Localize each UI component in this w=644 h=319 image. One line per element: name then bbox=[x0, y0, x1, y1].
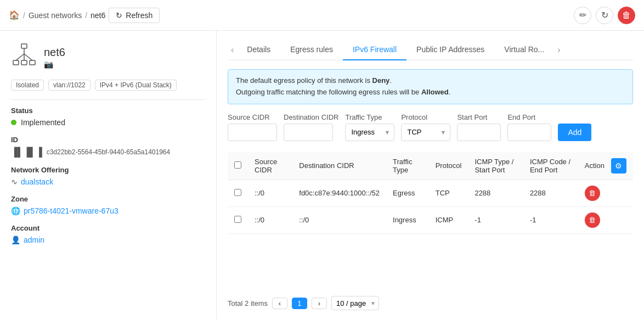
end-port-input[interactable] bbox=[507, 124, 551, 141]
svg-line-7 bbox=[24, 54, 32, 60]
globe-icon: 🌐 bbox=[11, 206, 20, 215]
row1-checkbox-cell bbox=[228, 180, 248, 206]
person-icon: 👤 bbox=[11, 236, 20, 244]
row2-traffic-type: Ingress bbox=[386, 206, 429, 233]
svg-rect-2 bbox=[21, 60, 27, 65]
home-icon[interactable]: 🏠 bbox=[9, 10, 20, 20]
tag-isolated: Isolated bbox=[11, 80, 44, 91]
reload-button[interactable]: ↻ bbox=[596, 7, 613, 24]
dest-cidr-group: Destination CIDR bbox=[284, 113, 338, 141]
account-section: Account 👤 admin bbox=[11, 224, 205, 244]
row2-checkbox[interactable] bbox=[234, 216, 241, 223]
add-rule-button[interactable]: Add bbox=[558, 124, 591, 141]
row1-protocol: TCP bbox=[429, 180, 468, 206]
tabs: ‹ Details Egress rules IPv6 Firewall Pub… bbox=[228, 40, 633, 60]
total-items: Total 2 items bbox=[228, 299, 268, 307]
table-settings-button[interactable]: ⚙ bbox=[611, 158, 626, 174]
th-icmp-end: ICMP Code / End Port bbox=[523, 152, 578, 180]
breadcrumb-sep-2: / bbox=[85, 11, 87, 20]
top-actions: ✏ ↻ 🗑 bbox=[574, 7, 635, 24]
row2-delete-button[interactable]: 🗑 bbox=[585, 212, 600, 228]
network-offering-label: Network Offering bbox=[11, 166, 205, 174]
start-port-input[interactable] bbox=[457, 124, 501, 141]
page-prev-button[interactable]: ‹ bbox=[272, 298, 287, 309]
net-name: net6 bbox=[44, 46, 65, 59]
traffic-type-select[interactable]: Ingress Egress bbox=[345, 124, 394, 141]
row1-delete-button[interactable]: 🗑 bbox=[585, 186, 600, 201]
tab-ipv6-firewall[interactable]: IPv6 Firewall bbox=[343, 40, 406, 60]
top-bar: 🏠 / Guest networks / net6 ↻ Refresh ✏ ↻ … bbox=[0, 0, 644, 31]
status-row: Implemented bbox=[11, 118, 205, 127]
traffic-type-label: Traffic Type bbox=[345, 113, 394, 121]
edit-button[interactable]: ✏ bbox=[574, 7, 591, 24]
tab-public-ip[interactable]: Public IP Addresses bbox=[406, 40, 494, 60]
row1-checkbox[interactable] bbox=[234, 189, 241, 196]
traffic-type-group: Traffic Type Ingress Egress ▼ bbox=[345, 113, 394, 141]
protocol-label: Protocol bbox=[401, 113, 450, 121]
tab-details[interactable]: Details bbox=[237, 40, 280, 60]
reload-icon: ↻ bbox=[601, 10, 608, 20]
account-link[interactable]: admin bbox=[24, 236, 44, 244]
account-row: 👤 admin bbox=[11, 236, 205, 244]
dest-cidr-input[interactable] bbox=[284, 124, 333, 141]
camera-icon[interactable]: 📷 bbox=[44, 60, 65, 69]
net-header: net6 📷 bbox=[11, 42, 205, 73]
source-cidr-label: Source CIDR bbox=[228, 113, 277, 121]
refresh-button[interactable]: ↻ Refresh bbox=[109, 8, 160, 23]
per-page-wrapper: 10 / page 20 / page 50 / page ▼ bbox=[331, 296, 379, 310]
th-checkbox bbox=[228, 152, 248, 180]
row1-traffic-type: Egress bbox=[386, 180, 429, 206]
network-offering-section: Network Offering ∿ dualstack bbox=[11, 166, 205, 186]
breadcrumb-sep-1: / bbox=[23, 11, 25, 20]
page-next-button[interactable]: › bbox=[312, 298, 327, 309]
zone-label: Zone bbox=[11, 195, 205, 203]
refresh-icon: ↻ bbox=[116, 11, 122, 20]
protocol-select[interactable]: TCP UDP ICMP bbox=[401, 124, 450, 141]
divider-1 bbox=[11, 99, 205, 100]
row2-icmp-start: -1 bbox=[468, 206, 523, 233]
row1-action-cell: 🗑 bbox=[578, 180, 633, 206]
start-port-group: Start Port bbox=[457, 113, 501, 141]
start-port-label: Start Port bbox=[457, 113, 501, 121]
end-port-group: End Port bbox=[507, 113, 551, 141]
th-dest-cidr: Destination CIDR bbox=[292, 152, 386, 180]
breadcrumb-guest-networks[interactable]: Guest networks bbox=[29, 11, 82, 20]
row2-action-cell: 🗑 bbox=[578, 206, 633, 233]
zone-link[interactable]: pr5786-t4021-vmware-67u3 bbox=[24, 206, 118, 215]
delete-network-button[interactable]: 🗑 bbox=[618, 7, 635, 24]
tabs-next-button[interactable]: › bbox=[554, 41, 563, 59]
breadcrumb: 🏠 / Guest networks / net6 ↻ Refresh bbox=[9, 8, 160, 23]
banner-text-after: . bbox=[449, 88, 451, 96]
th-traffic-type: Traffic Type bbox=[386, 152, 429, 180]
net-name-group: net6 📷 bbox=[44, 46, 65, 69]
page-1-button[interactable]: 1 bbox=[292, 298, 307, 309]
tab-egress-rules[interactable]: Egress rules bbox=[280, 40, 343, 60]
wifi-icon: ∿ bbox=[11, 177, 18, 186]
banner-deny: Deny bbox=[372, 76, 390, 85]
th-action: Action ⚙ bbox=[578, 152, 633, 180]
firewall-table: Source CIDR Destination CIDR Traffic Typ… bbox=[228, 152, 633, 234]
svg-line-5 bbox=[16, 54, 24, 60]
add-rule-form: Source CIDR Destination CIDR Traffic Typ… bbox=[228, 113, 633, 141]
per-page-select[interactable]: 10 / page 20 / page 50 / page bbox=[331, 296, 379, 310]
dest-cidr-label: Destination CIDR bbox=[284, 113, 338, 121]
tabs-prev-button[interactable]: ‹ bbox=[228, 41, 237, 59]
end-port-label: End Port bbox=[507, 113, 551, 121]
account-label: Account bbox=[11, 224, 205, 232]
table-row: ::/0 ::/0 Ingress ICMP -1 -1 🗑 bbox=[228, 206, 633, 233]
tab-virtual-ro[interactable]: Virtual Ro... bbox=[494, 40, 554, 60]
tag-ipstack: IPv4 + IPv6 (Dual Stack) bbox=[95, 80, 177, 91]
svg-rect-3 bbox=[30, 60, 35, 65]
zone-section: Zone 🌐 pr5786-t4021-vmware-67u3 bbox=[11, 195, 205, 215]
status-value: Implemented bbox=[21, 118, 65, 127]
source-cidr-input[interactable] bbox=[228, 124, 277, 141]
firewall-table-container: Source CIDR Destination CIDR Traffic Typ… bbox=[228, 152, 633, 289]
th-icmp-start: ICMP Type / Start Port bbox=[468, 152, 523, 180]
network-offering-link[interactable]: dualstack bbox=[21, 177, 53, 186]
id-value: c3d22bb2-5564-45bf-9440-65a5a1401964 bbox=[47, 148, 171, 156]
row2-checkbox-cell bbox=[228, 206, 248, 233]
select-all-checkbox[interactable] bbox=[234, 161, 241, 169]
id-row: ▐▌▐▌▐ c3d22bb2-5564-45bf-9440-65a5a14019… bbox=[11, 147, 205, 157]
zone-row: 🌐 pr5786-t4021-vmware-67u3 bbox=[11, 206, 205, 215]
source-cidr-group: Source CIDR bbox=[228, 113, 277, 141]
